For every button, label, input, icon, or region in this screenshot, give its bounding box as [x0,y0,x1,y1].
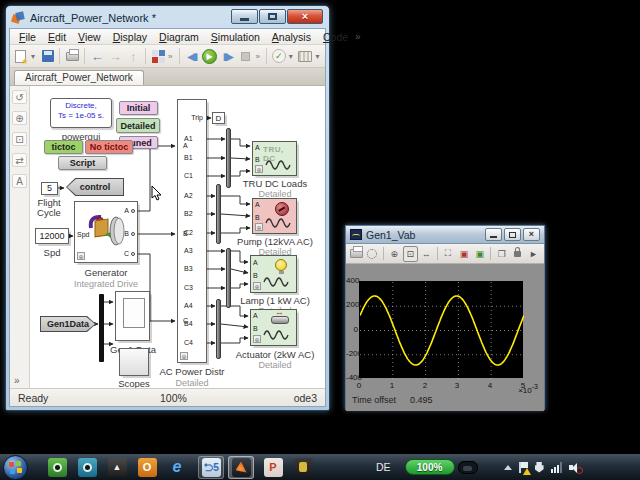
close-button[interactable]: × [287,9,323,24]
gen1-data-scope-block[interactable] [115,291,150,341]
scope-close-button[interactable]: × [523,228,540,241]
show-hidden-icons-icon[interactable] [504,465,512,470]
autoscale-button[interactable]: ⛶ [441,246,456,262]
detailed-button-block[interactable]: Detailed [116,118,160,133]
sim-overflow-chevron-icon[interactable]: » [255,52,262,61]
power-tray-icon[interactable] [535,462,544,473]
goto-d-tag[interactable]: D [212,112,225,124]
hide-browser-icon[interactable]: ↺ [12,90,27,104]
script-button-block[interactable]: Script [58,156,107,170]
save-axes-settings-button[interactable]: ▣ [456,246,471,262]
palette-more-chevron-icon[interactable]: » [14,375,20,386]
look-under-mask-icon[interactable]: ⊕ [255,165,263,173]
model-advisor-dropdown[interactable]: ▾ [289,52,296,61]
zoom-icon[interactable]: ⊕ [12,111,27,125]
look-under-mask-icon[interactable]: ⊕ [77,252,85,260]
menu-overflow-chevron-icon[interactable]: » [355,31,361,42]
scope-titlebar[interactable]: Gen1_Vab × [346,226,544,244]
bus-bar-2[interactable] [216,184,221,244]
back-button[interactable]: ← [89,48,105,65]
lamp-block[interactable]: A B ⊕ [250,255,297,293]
taskbar-green-eye-app[interactable] [44,456,70,479]
no-tictoc-button-block[interactable]: No tictoc [85,140,133,154]
language-indicator[interactable]: DE [376,461,391,473]
tictoc-button-block[interactable]: tictoc [44,140,83,154]
floating-scope-button[interactable]: ❐ [494,246,509,262]
fit-to-view-icon[interactable]: ⊡ [12,132,27,146]
volume-muted-icon[interactable] [569,462,581,473]
stop-button[interactable] [237,48,253,65]
lock-axes-button[interactable] [510,246,525,262]
action-center-flag-icon[interactable] [519,462,528,473]
minimize-button[interactable] [231,9,258,24]
actuator-block[interactable]: A B ⊕ [250,309,297,346]
initial-button-block[interactable]: Initial [119,101,158,115]
look-under-mask-icon[interactable]: ⊕ [253,335,261,343]
print-button[interactable] [64,48,80,65]
menu-simulation[interactable]: Simulation [206,30,265,44]
annotation-icon[interactable]: A [12,174,27,188]
generator-block[interactable]: Spd A B C ⊕ [74,201,138,263]
print-button[interactable] [349,246,364,262]
forward-button[interactable]: → [107,48,123,65]
save-button[interactable] [40,48,56,65]
library-browser-button[interactable] [150,48,166,65]
taskbar-matlab-app[interactable] [228,456,254,479]
build-dropdown[interactable]: ▾ [315,52,322,61]
diagram-area[interactable]: Discrete, Ts = 1e-05 s. powergui Initial… [30,86,325,388]
simulink-titlebar[interactable]: Aircraft_Power_Network * [12,9,156,27]
pump-block[interactable]: A B ⊕ [252,198,297,234]
powergui-block[interactable]: Discrete, Ts = 1e-05 s. [50,98,112,128]
scopes-subsystem-block[interactable] [119,348,149,376]
model-advisor-button[interactable]: ✓ [271,48,287,65]
signal-selection-button[interactable]: ► [526,246,541,262]
battery-widget[interactable]: 100% [405,459,478,475]
tru-dc-loads-block[interactable]: A B TRU, DC ⊕ [252,141,297,176]
menu-analysis[interactable]: Analysis [267,30,316,44]
taskbar-outlook-app[interactable]: O [134,456,160,479]
look-under-mask-icon[interactable]: ⊕ [180,352,188,360]
maximize-button[interactable] [259,9,286,24]
taskbar-powerpoint-app[interactable]: P [260,456,286,479]
step-back-button[interactable]: ◀▮ [184,48,200,65]
taskbar-photos-app[interactable]: ▲ [104,456,130,479]
scope-maximize-button[interactable] [504,228,521,241]
signal-routing-icon[interactable]: ⇄ [12,153,27,167]
menu-diagram[interactable]: Diagram [154,30,204,44]
taskbar-teal-eye-app[interactable] [74,456,100,479]
taskbar-open-app[interactable]: ⮌5 [198,456,224,479]
taskbar-internet-explorer[interactable]: e [164,456,190,479]
zoom-x-button[interactable]: ↔ [419,246,434,262]
look-under-mask-icon[interactable]: ⊕ [255,223,263,231]
acpd-port-c4: C4 [184,339,193,346]
gen1data-from-tag[interactable]: Gen1Data [40,316,96,332]
menu-edit[interactable]: Edit [43,30,71,44]
new-model-button[interactable] [13,48,29,65]
step-forward-button[interactable]: ▮▶ [219,48,235,65]
restore-axes-settings-button[interactable]: ▣ [472,246,487,262]
new-model-dropdown[interactable]: ▾ [31,52,38,61]
close-icon: × [529,230,534,239]
up-button[interactable]: ↑ [125,48,141,65]
ac-power-distr-block[interactable]: Trip A B C A1 B1 C1 A2 B2 C2 A3 B3 C3 A4… [177,99,207,363]
start-button[interactable] [3,455,28,480]
menu-file[interactable]: File [14,30,41,44]
zoom-xy-button[interactable]: ⊡ [403,246,418,262]
menu-display[interactable]: Display [108,30,152,44]
look-under-mask-icon[interactable]: ⊕ [253,282,261,290]
scope-minimize-button[interactable] [485,228,502,241]
run-button[interactable]: ▶ [202,48,218,65]
control-goto-tag[interactable]: control [66,178,124,196]
flight-cycle-constant-block[interactable]: 5 [41,182,58,195]
taskbar-misc-app[interactable] [290,456,316,479]
menu-view[interactable]: View [73,30,106,44]
build-button[interactable] [297,48,313,65]
network-signal-icon[interactable] [551,462,562,473]
zoom-button[interactable]: ⊕ [387,246,402,262]
parameters-button[interactable] [365,246,380,262]
tab-aircraft-power-network[interactable]: Aircraft_Power_Network [14,70,144,85]
menu-code[interactable]: Code [318,30,353,44]
speed-constant-block[interactable]: 12000 [35,228,69,244]
toolbar-overflow-chevron-icon[interactable]: » [168,52,175,61]
bus-bar-4[interactable] [216,299,221,359]
